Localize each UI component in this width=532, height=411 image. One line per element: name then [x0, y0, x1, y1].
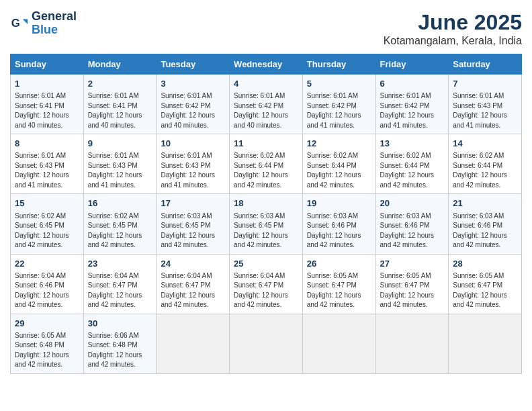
calendar-header-row: SundayMondayTuesdayWednesdayThursdayFrid…: [11, 54, 522, 75]
calendar-cell: 13Sunrise: 6:02 AM Sunset: 6:44 PM Dayli…: [375, 134, 449, 194]
day-info: Sunrise: 6:02 AM Sunset: 6:44 PM Dayligh…: [234, 151, 298, 190]
day-info: Sunrise: 6:01 AM Sunset: 6:43 PM Dayligh…: [453, 91, 517, 130]
calendar-cell: [230, 314, 303, 373]
header-wednesday: Wednesday: [230, 54, 303, 75]
logo: G General Blue: [10, 10, 77, 37]
day-info: Sunrise: 6:05 AM Sunset: 6:47 PM Dayligh…: [453, 271, 517, 310]
day-info: Sunrise: 6:01 AM Sunset: 6:43 PM Dayligh…: [161, 151, 225, 190]
day-number: 25: [234, 258, 298, 270]
page-header: G General Blue June 2025 Kotamangalam, K…: [10, 10, 522, 47]
day-info: Sunrise: 6:03 AM Sunset: 6:45 PM Dayligh…: [161, 212, 225, 250]
header-monday: Monday: [83, 54, 157, 75]
calendar-cell: [449, 314, 522, 373]
header-thursday: Thursday: [302, 54, 375, 75]
day-info: Sunrise: 6:02 AM Sunset: 6:44 PM Dayligh…: [453, 151, 517, 190]
calendar-cell: 24Sunrise: 6:04 AM Sunset: 6:47 PM Dayli…: [157, 254, 230, 314]
day-number: 28: [453, 258, 517, 270]
day-info: Sunrise: 6:04 AM Sunset: 6:47 PM Dayligh…: [161, 271, 225, 310]
day-number: 19: [307, 197, 371, 210]
calendar-cell: 30Sunrise: 6:06 AM Sunset: 6:48 PM Dayli…: [83, 314, 157, 373]
calendar-cell: 21Sunrise: 6:03 AM Sunset: 6:46 PM Dayli…: [449, 194, 522, 254]
logo-text: General Blue: [32, 10, 77, 37]
day-number: 15: [15, 197, 79, 210]
day-number: 17: [161, 197, 225, 210]
calendar-cell: 14Sunrise: 6:02 AM Sunset: 6:44 PM Dayli…: [449, 134, 522, 194]
title-block: June 2025 Kotamangalam, Kerala, India: [384, 10, 522, 47]
calendar-cell: 1Sunrise: 6:01 AM Sunset: 6:41 PM Daylig…: [11, 75, 84, 134]
day-number: 11: [234, 138, 298, 150]
calendar-cell: 17Sunrise: 6:03 AM Sunset: 6:45 PM Dayli…: [157, 194, 230, 254]
svg-text:G: G: [11, 16, 20, 29]
day-info: Sunrise: 6:01 AM Sunset: 6:43 PM Dayligh…: [15, 151, 79, 190]
day-number: 6: [380, 78, 445, 90]
calendar-week-row: 8Sunrise: 6:01 AM Sunset: 6:43 PM Daylig…: [11, 134, 522, 194]
day-info: Sunrise: 6:02 AM Sunset: 6:44 PM Dayligh…: [380, 151, 445, 190]
logo-line2: Blue: [32, 23, 58, 36]
calendar-cell: 25Sunrise: 6:04 AM Sunset: 6:47 PM Dayli…: [230, 254, 303, 314]
calendar-cell: 2Sunrise: 6:01 AM Sunset: 6:41 PM Daylig…: [83, 75, 157, 134]
day-info: Sunrise: 6:02 AM Sunset: 6:44 PM Dayligh…: [307, 151, 371, 190]
day-number: 9: [88, 138, 152, 150]
calendar-cell: 16Sunrise: 6:02 AM Sunset: 6:45 PM Dayli…: [83, 194, 157, 254]
header-saturday: Saturday: [449, 54, 522, 75]
day-info: Sunrise: 6:05 AM Sunset: 6:47 PM Dayligh…: [307, 271, 371, 310]
calendar-cell: 8Sunrise: 6:01 AM Sunset: 6:43 PM Daylig…: [11, 134, 84, 194]
day-info: Sunrise: 6:06 AM Sunset: 6:48 PM Dayligh…: [88, 331, 152, 370]
day-info: Sunrise: 6:02 AM Sunset: 6:45 PM Dayligh…: [15, 212, 79, 250]
calendar-cell: [302, 314, 375, 373]
header-friday: Friday: [375, 54, 449, 75]
day-number: 24: [161, 258, 225, 270]
calendar-cell: 9Sunrise: 6:01 AM Sunset: 6:43 PM Daylig…: [83, 134, 157, 194]
calendar-cell: [375, 314, 449, 373]
svg-marker-1: [23, 19, 28, 24]
day-number: 1: [15, 78, 79, 90]
month-title: June 2025: [384, 10, 522, 35]
day-info: Sunrise: 6:01 AM Sunset: 6:42 PM Dayligh…: [380, 91, 445, 130]
day-info: Sunrise: 6:01 AM Sunset: 6:42 PM Dayligh…: [161, 91, 225, 130]
calendar-cell: 15Sunrise: 6:02 AM Sunset: 6:45 PM Dayli…: [11, 194, 84, 254]
logo-icon: G: [10, 14, 29, 33]
calendar-cell: 22Sunrise: 6:04 AM Sunset: 6:46 PM Dayli…: [11, 254, 84, 314]
calendar-cell: 20Sunrise: 6:03 AM Sunset: 6:46 PM Dayli…: [375, 194, 449, 254]
day-number: 20: [380, 197, 445, 210]
day-number: 30: [88, 318, 152, 330]
day-number: 23: [88, 258, 152, 270]
calendar-cell: [157, 314, 230, 373]
day-info: Sunrise: 6:01 AM Sunset: 6:42 PM Dayligh…: [307, 91, 371, 130]
calendar-week-row: 1Sunrise: 6:01 AM Sunset: 6:41 PM Daylig…: [11, 75, 522, 134]
day-info: Sunrise: 6:01 AM Sunset: 6:43 PM Dayligh…: [88, 151, 152, 190]
calendar-cell: 3Sunrise: 6:01 AM Sunset: 6:42 PM Daylig…: [157, 75, 230, 134]
day-number: 29: [15, 318, 79, 330]
day-number: 8: [15, 138, 79, 150]
day-number: 2: [88, 78, 152, 90]
day-info: Sunrise: 6:02 AM Sunset: 6:45 PM Dayligh…: [88, 212, 152, 250]
day-number: 18: [234, 197, 298, 210]
calendar-cell: 5Sunrise: 6:01 AM Sunset: 6:42 PM Daylig…: [302, 75, 375, 134]
day-number: 7: [453, 78, 517, 90]
logo-line1: General: [32, 10, 77, 24]
day-number: 3: [161, 78, 225, 90]
calendar-cell: 29Sunrise: 6:05 AM Sunset: 6:48 PM Dayli…: [11, 314, 84, 373]
day-number: 27: [380, 258, 445, 270]
day-number: 21: [453, 197, 517, 210]
calendar-week-row: 29Sunrise: 6:05 AM Sunset: 6:48 PM Dayli…: [11, 314, 522, 373]
day-info: Sunrise: 6:04 AM Sunset: 6:47 PM Dayligh…: [88, 271, 152, 310]
calendar-cell: 26Sunrise: 6:05 AM Sunset: 6:47 PM Dayli…: [302, 254, 375, 314]
day-number: 5: [307, 78, 371, 90]
location-title: Kotamangalam, Kerala, India: [384, 35, 522, 47]
day-info: Sunrise: 6:03 AM Sunset: 6:46 PM Dayligh…: [307, 212, 371, 250]
day-number: 14: [453, 138, 517, 150]
day-info: Sunrise: 6:01 AM Sunset: 6:42 PM Dayligh…: [234, 91, 298, 130]
calendar-cell: 18Sunrise: 6:03 AM Sunset: 6:45 PM Dayli…: [230, 194, 303, 254]
calendar-cell: 10Sunrise: 6:01 AM Sunset: 6:43 PM Dayli…: [157, 134, 230, 194]
calendar-week-row: 15Sunrise: 6:02 AM Sunset: 6:45 PM Dayli…: [11, 194, 522, 254]
day-info: Sunrise: 6:01 AM Sunset: 6:41 PM Dayligh…: [15, 91, 79, 130]
calendar-cell: 23Sunrise: 6:04 AM Sunset: 6:47 PM Dayli…: [83, 254, 157, 314]
calendar-table: SundayMondayTuesdayWednesdayThursdayFrid…: [10, 54, 522, 374]
day-info: Sunrise: 6:05 AM Sunset: 6:47 PM Dayligh…: [380, 271, 445, 310]
day-number: 13: [380, 138, 445, 150]
calendar-cell: 7Sunrise: 6:01 AM Sunset: 6:43 PM Daylig…: [449, 75, 522, 134]
calendar-week-row: 22Sunrise: 6:04 AM Sunset: 6:46 PM Dayli…: [11, 254, 522, 314]
day-info: Sunrise: 6:05 AM Sunset: 6:48 PM Dayligh…: [15, 331, 79, 370]
day-info: Sunrise: 6:04 AM Sunset: 6:46 PM Dayligh…: [15, 271, 79, 310]
